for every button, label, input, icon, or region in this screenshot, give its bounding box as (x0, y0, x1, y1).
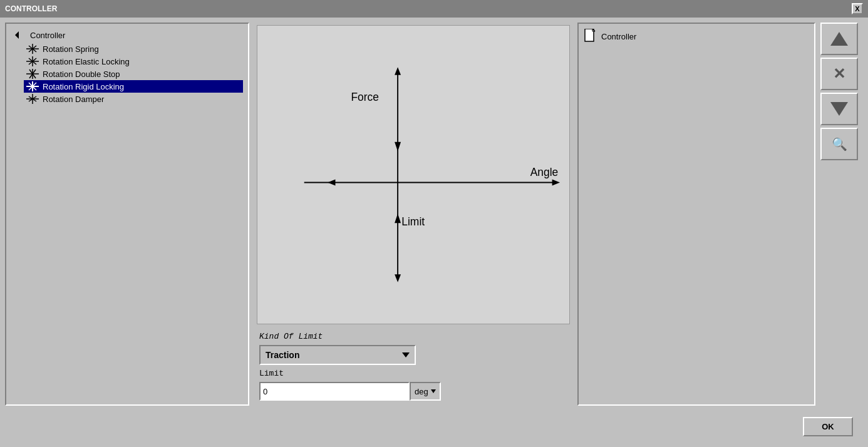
tree-panel: Controller Rotation Spring (5, 23, 249, 406)
up-button[interactable] (820, 23, 858, 55)
ok-button[interactable]: OK (803, 417, 853, 436)
dropdown-row: Traction (259, 345, 567, 365)
svg-marker-24 (395, 274, 401, 282)
limit-input[interactable] (259, 382, 410, 401)
svg-marker-0 (15, 31, 19, 39)
folder-icon (14, 30, 26, 40)
joint-icon-damper (26, 94, 39, 104)
svg-marker-25 (552, 179, 560, 185)
middle-panel: Force Angle Limit Kind Of Limit (254, 23, 572, 406)
svg-marker-23 (395, 67, 401, 74)
document-icon (584, 29, 596, 44)
tree-item-rotation-spring[interactable]: Rotation Spring (24, 43, 243, 55)
up-arrow-icon (830, 32, 848, 46)
right-panel: Controller (577, 23, 815, 406)
unit-dropdown[interactable]: deg (410, 382, 441, 401)
svg-text:Angle: Angle (530, 166, 559, 178)
tree-item-label: Rotation Damper (43, 95, 104, 104)
window-title: CONTROLLER (5, 4, 57, 13)
main-area: Controller Rotation Spring (5, 23, 863, 406)
joint-icon-rigid (26, 81, 39, 91)
tree-item-label: Rotation Elastic Locking (43, 57, 130, 66)
tree-root: Controller Rotation Spring (11, 29, 243, 105)
tree-item-rotation-double-stop[interactable]: Rotation Double Stop (24, 68, 243, 80)
svg-text:Limit: Limit (401, 215, 425, 228)
tree-root-item[interactable]: Controller (11, 29, 243, 41)
window-content: Controller Rotation Spring (0, 18, 868, 447)
tree-item-label: Rotation Double Stop (43, 69, 120, 79)
tree-item-rotation-damper[interactable]: Rotation Damper (24, 93, 243, 105)
down-arrow-icon (830, 102, 848, 116)
limit-label: Limit (259, 369, 567, 378)
search-icon: 🔍 (832, 136, 847, 152)
joint-icon-elastic (26, 56, 39, 66)
delete-button[interactable]: ✕ (820, 58, 858, 90)
tree-children: Rotation Spring Rotation Elastic Locking (24, 43, 243, 105)
tree-item-label: Rotation Spring (43, 44, 99, 54)
diagram-area: Force Angle Limit (257, 25, 570, 324)
svg-marker-26 (328, 179, 335, 185)
tree-item-label: Rotation Rigid Locking (43, 82, 124, 91)
tree-item-rotation-elastic-locking[interactable]: Rotation Elastic Locking (24, 55, 243, 68)
svg-marker-30 (395, 142, 401, 152)
dropdown-value: Traction (266, 350, 299, 360)
diagram-svg: Force Angle Limit (257, 26, 569, 324)
close-button[interactable]: X (852, 3, 863, 14)
controls-area: Kind Of Limit Traction Limit deg (257, 329, 570, 403)
down-button[interactable] (820, 93, 858, 125)
controller-window: CONTROLLER X Controller (0, 0, 868, 447)
kind-dropdown[interactable]: Traction (259, 345, 416, 365)
joint-icon-double-stop (26, 69, 39, 79)
right-panel-title: Controller (601, 32, 636, 41)
tree-root-label: Controller (30, 31, 65, 40)
kind-of-limit-label: Kind Of Limit (259, 332, 567, 341)
title-bar: CONTROLLER X (0, 0, 868, 18)
svg-text:Force: Force (351, 91, 379, 103)
x-icon: ✕ (833, 66, 845, 81)
unit-arrow-icon (431, 389, 436, 393)
svg-marker-31 (395, 213, 401, 223)
joint-icon-spring (26, 44, 39, 54)
unit-value: deg (415, 387, 428, 396)
bottom-bar: OK (5, 411, 863, 442)
button-panel: ✕ 🔍 (820, 23, 863, 406)
search-button[interactable]: 🔍 (820, 128, 858, 160)
tree-item-rotation-rigid-locking[interactable]: Rotation Rigid Locking (24, 80, 243, 93)
right-panel-header: Controller (584, 29, 809, 44)
dropdown-arrow-icon (402, 352, 410, 357)
limit-input-row: deg (259, 382, 567, 401)
